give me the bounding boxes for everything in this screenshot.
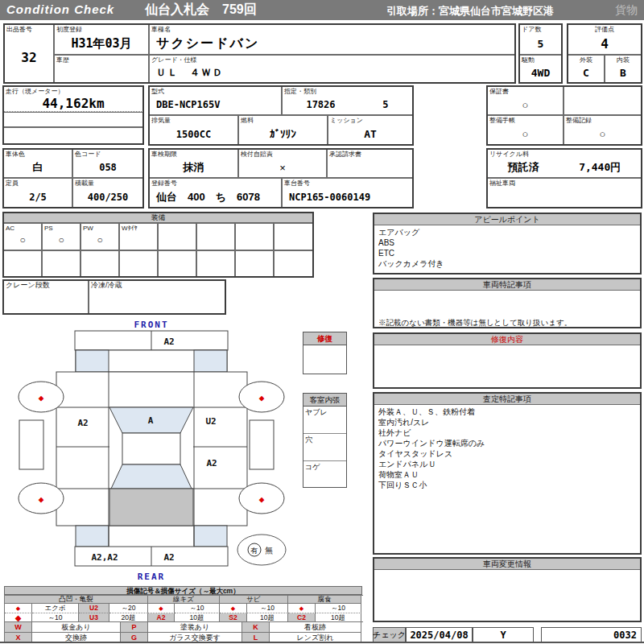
repair-content-title: 修復内容 — [374, 334, 640, 345]
displacement-value: 1500CC — [150, 124, 237, 144]
appeal-points-box: アピールポイント エアバッグABSETCバックカメラ付き — [373, 213, 642, 275]
check-inspector-cell: Y — [473, 627, 534, 642]
right-side-molding — [250, 420, 274, 469]
legend-title: 損傷記号＆損傷サイズ（～最大cm） — [4, 586, 362, 595]
exhibit-no-cell: 出品番号 32 — [4, 24, 54, 83]
legend-code-w: W — [5, 622, 32, 633]
recycle-fee-label: リサイクル料 — [489, 151, 529, 158]
legend-group-scratch: 線キズ — [148, 596, 220, 604]
exterior-grade-value: C — [568, 64, 604, 82]
legend-dent-size1: ～20 — [109, 604, 148, 613]
liability-insurance-cell: 検付自賠責 × — [238, 149, 327, 178]
pickup-location: 引取場所：宮城県仙台市宮城野区港 — [386, 4, 554, 19]
model-code-value: DBE-NCP165V — [150, 95, 281, 114]
check-date-value: 2025/04/08 — [407, 628, 472, 642]
maintenance-book-label: 整備手帳 — [489, 117, 515, 124]
equipment-mark-pw: ○ — [81, 230, 118, 250]
list-item: タイヤスタッドレス — [378, 448, 636, 459]
legend-group-rust: サビ — [220, 596, 288, 604]
spare-tire-indicator — [237, 535, 286, 565]
model-name-value: サクシードバン — [150, 33, 514, 54]
check-sheet-no-value: 0032 — [542, 628, 641, 642]
class-type-value2: 5 — [382, 99, 388, 110]
body-color-value: 白 — [4, 158, 72, 177]
first-registration-value: H31年03月 — [55, 33, 148, 54]
welfare-cell: 福祉車両 — [487, 178, 642, 208]
registration-no-cell: 登録番号 仙台 400 ち 6078 — [149, 178, 282, 208]
recycle-fee-value: 7,440円 — [579, 160, 621, 175]
registration-no-value: 仙台 400 ち 6078 — [150, 187, 281, 207]
model-name-label: 車種名 — [151, 26, 171, 33]
legend-code-k: K — [242, 622, 270, 633]
legend-desc-w: 板金あり — [32, 622, 121, 633]
rear-right-wheel-mark: ◆ — [259, 494, 265, 505]
registration-no-label: 登録番号 — [151, 180, 177, 187]
bottom-rule — [0, 642, 644, 643]
front-left-wheel-mark: ◆ — [39, 393, 44, 403]
left-side-molding — [19, 420, 43, 469]
list-item: ABS — [378, 237, 636, 248]
rear-label: REAR — [138, 572, 166, 582]
repair-content-box: 修復内容 — [373, 332, 642, 389]
check-label-cell: チェック — [373, 627, 406, 642]
cargo-roof-panel — [109, 489, 193, 526]
repair-mini-box: 修復 — [303, 332, 347, 374]
exhibit-no-value: 32 — [5, 33, 53, 82]
displacement-label: 排気量 — [151, 117, 171, 124]
welfare-value — [488, 187, 641, 207]
grade-cell: グレード・仕様 ＵＬ ４ＷＤ — [149, 55, 515, 83]
check-inspector-value: Y — [473, 628, 533, 642]
fuel-label: 燃料 — [241, 117, 254, 124]
first-registration-cell: 初度登録 H31年03月 — [54, 24, 149, 55]
equipment-cell-empty — [80, 250, 119, 277]
list-item: パワーウインドウ運転席のみ — [378, 438, 636, 448]
legend-corrosion-symbol: ◆ — [288, 604, 316, 613]
equipment-cell-empty — [274, 250, 313, 277]
roof-panel — [122, 433, 180, 464]
drive-cell: 駆動 4WD — [519, 55, 562, 83]
drive-label: 駆動 — [522, 56, 535, 64]
history-cell: 車歴 — [54, 55, 149, 83]
approval-request-value — [328, 158, 412, 177]
change-info-title: 車両変更情報 — [374, 559, 640, 570]
inspection-expiry-label: 車検期限 — [151, 151, 177, 158]
cabin-lining-title: 客室内張 — [303, 394, 346, 407]
chassis-no-cell: 車台番号 NCP165-0060149 — [282, 178, 413, 208]
color-code-cell: 色コード 058 — [72, 149, 143, 178]
front-right-wheel-mark: ◆ — [259, 393, 265, 403]
exterior-grade-cell: 外装 C — [568, 55, 605, 83]
legend-scratch-symbol: ◆ — [148, 604, 175, 613]
front-left-corner-panel — [76, 350, 109, 372]
list-item: 室内汚れ/スレ — [378, 417, 636, 427]
legend-dent-name: エクボ — [32, 604, 79, 613]
warranty-empty-cell — [564, 86, 642, 115]
equipment-cell-empty — [158, 223, 196, 250]
check-sheet-no-cell: 0032 — [541, 627, 642, 642]
transmission-value: AT — [328, 124, 412, 144]
approval-request-cell: 承認請求書 — [327, 149, 413, 178]
capacity-label: 定員 — [6, 180, 19, 187]
appraisal-notes-list: 外装Ａ、Ｕ、Ｓ、鉄粉付着室内汚れ/スレ社外ナビパワーウインドウ運転席のみタイヤス… — [374, 405, 640, 492]
list-item: エンドパネルＵ — [378, 459, 636, 469]
history-value — [55, 64, 148, 82]
model-code-cell: 型式 DBE-NCP165V — [149, 86, 282, 115]
grade-label: グレード・仕様 — [151, 56, 197, 64]
spare-no-label: 無 — [265, 546, 273, 555]
mileage-cell: 走行（現メーター） 44,162km — [3, 86, 143, 112]
load-capacity-label: 積載量 — [75, 180, 94, 187]
inspection-expiry-cell: 車検期限 抹消 — [149, 149, 238, 178]
legend-desc-p: 塗装あり — [148, 622, 242, 633]
crane-label: クレーン段数 — [6, 282, 50, 289]
legend-rust-size1: ～10 — [247, 604, 288, 613]
crane-cell: クレーン段数 — [3, 280, 89, 314]
class-type-cell: 指定・類別 17826 5 — [282, 86, 413, 115]
right-side-lower-mark: A2 — [206, 458, 217, 469]
legend-table: 凸凹・亀裂 線キズ サビ 腐食 ◆ エクボ U2 ～20 ◆ ～10 ◆ ～10… — [4, 595, 363, 623]
equipment-cell-empty — [3, 250, 42, 277]
left-side-mark: A2 — [77, 418, 88, 428]
exhibit-no-label: 出品番号 — [6, 26, 32, 33]
capacity-cell: 定員 2/5 — [3, 178, 72, 208]
brand-logo: Condition Check — [6, 2, 114, 16]
legend-marks-table: W 板金あり P 塗装あり K 看板跡 X 交換跡 G ガラス交換要す L レン… — [4, 621, 363, 643]
legend-corrosion-size1: ～10 — [316, 604, 361, 613]
